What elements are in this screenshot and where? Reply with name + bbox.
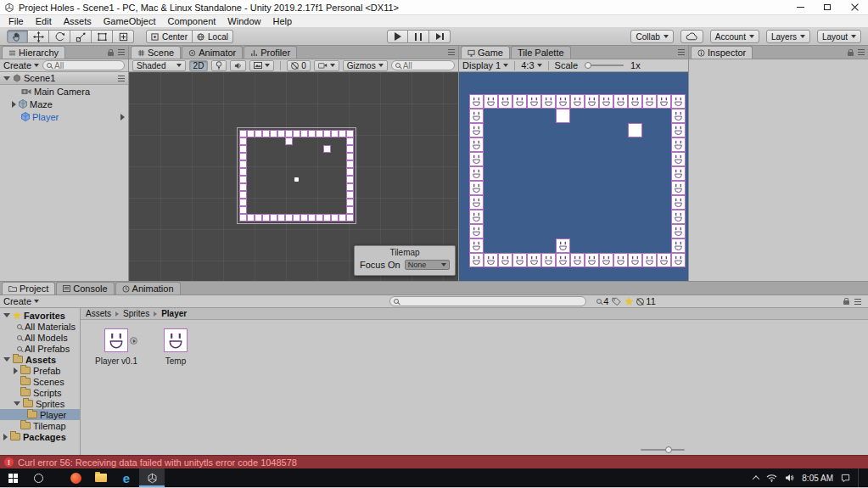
- audio-toggle-button[interactable]: [230, 60, 246, 71]
- scale-slider[interactable]: [585, 65, 624, 66]
- tab-scene[interactable]: Scene: [131, 46, 181, 59]
- tab-hierarchy[interactable]: Hierarchy: [2, 46, 65, 59]
- hidden-packages-button[interactable]: 11: [636, 296, 655, 306]
- lighting-toggle-button[interactable]: [211, 60, 227, 71]
- project-create-button[interactable]: Create: [3, 296, 39, 306]
- expander-right-icon[interactable]: [3, 434, 8, 440]
- tree-favorites[interactable]: Favorites: [0, 310, 80, 321]
- tab-game[interactable]: Game: [461, 46, 510, 59]
- expander-down-icon[interactable]: [3, 76, 10, 81]
- hierarchy-search[interactable]: [42, 60, 125, 70]
- tree-folder-scripts[interactable]: Scripts: [0, 387, 80, 398]
- tab-project[interactable]: Project: [2, 282, 55, 294]
- prefab-open-arrow-icon[interactable]: [120, 114, 125, 121]
- tree-all-materials[interactable]: All Materials: [0, 321, 80, 332]
- tab-inspector[interactable]: Inspector: [691, 46, 753, 59]
- lock-icon[interactable]: [108, 52, 114, 56]
- breadcrumb-assets[interactable]: Assets: [86, 309, 111, 318]
- clock[interactable]: 8:05 AM: [802, 474, 833, 483]
- tab-tile-palette[interactable]: Tile Palette: [511, 46, 571, 59]
- effects-dropdown[interactable]: [249, 60, 274, 71]
- scene-visibility-button[interactable]: 0: [287, 60, 311, 71]
- lock-icon[interactable]: [843, 300, 849, 305]
- scene-search-input[interactable]: [403, 61, 451, 70]
- move-tool-button[interactable]: [28, 30, 49, 43]
- panel-menu-icon[interactable]: [118, 52, 125, 53]
- expander-right-icon[interactable]: [12, 101, 16, 108]
- panel-menu-icon[interactable]: [678, 52, 685, 53]
- taskbar-app-unity[interactable]: [139, 468, 165, 487]
- slider-knob[interactable]: [665, 446, 672, 453]
- search-by-type-button[interactable]: 4: [596, 296, 608, 306]
- rotate-tool-button[interactable]: [49, 30, 70, 43]
- scene-search[interactable]: [391, 60, 455, 70]
- tab-profiler[interactable]: Profiler: [244, 46, 297, 59]
- tree-folder-scenes[interactable]: Scenes: [0, 376, 80, 387]
- hand-tool-button[interactable]: [7, 30, 28, 43]
- status-bar[interactable]: Curl error 56: Receiving data failed wit…: [0, 455, 868, 468]
- menu-window[interactable]: Window: [221, 16, 266, 26]
- tree-assets-root[interactable]: Assets: [0, 354, 80, 365]
- sprite-expand-icon[interactable]: [130, 337, 137, 345]
- slider-knob[interactable]: [585, 62, 591, 69]
- panel-menu-icon[interactable]: [858, 52, 865, 53]
- tree-all-prefabs[interactable]: All Prefabs: [0, 343, 80, 354]
- thumbnail-zoom-slider[interactable]: [641, 449, 685, 451]
- save-search-star-icon[interactable]: [624, 297, 633, 306]
- breadcrumb-sprites[interactable]: Sprites: [123, 309, 149, 318]
- scene-menu-icon[interactable]: [118, 78, 125, 79]
- play-button[interactable]: [387, 30, 408, 43]
- tree-folder-tilemap[interactable]: Tilemap: [0, 420, 80, 431]
- layout-button[interactable]: Layout: [817, 30, 861, 43]
- expander-right-icon[interactable]: [14, 367, 18, 374]
- cortana-button[interactable]: [25, 468, 51, 487]
- menu-gameobject[interactable]: GameObject: [98, 16, 162, 26]
- breadcrumb-player[interactable]: Player: [161, 309, 187, 318]
- action-center-icon[interactable]: [841, 474, 850, 483]
- maximize-button[interactable]: [814, 0, 841, 14]
- show-desktop-button[interactable]: [858, 468, 861, 487]
- minimize-button[interactable]: [787, 0, 814, 14]
- pause-button[interactable]: [408, 30, 429, 43]
- taskbar-app-browser[interactable]: [63, 468, 88, 487]
- collab-button[interactable]: Collab: [630, 30, 673, 43]
- scene-viewport[interactable]: Tilemap Focus On None: [129, 72, 458, 281]
- project-search-input[interactable]: [401, 297, 582, 306]
- account-button[interactable]: Account: [710, 30, 759, 43]
- lock-icon[interactable]: [848, 52, 854, 56]
- rect-tool-button[interactable]: [92, 30, 113, 43]
- space-toggle-button[interactable]: Local: [193, 30, 233, 43]
- 2d-toggle-button[interactable]: 2D: [189, 60, 209, 71]
- camera-settings-dropdown[interactable]: [314, 60, 339, 71]
- step-button[interactable]: [429, 30, 451, 43]
- expander-down-icon[interactable]: [3, 357, 10, 362]
- taskbar-app-edge[interactable]: [114, 468, 139, 487]
- transform-tool-button[interactable]: [113, 30, 134, 43]
- menu-file[interactable]: File: [3, 16, 30, 26]
- volume-icon[interactable]: [785, 474, 794, 482]
- start-button[interactable]: [0, 468, 25, 487]
- tree-folder-sprites[interactable]: Sprites: [0, 398, 80, 409]
- expander-down-icon[interactable]: [3, 313, 10, 317]
- menu-edit[interactable]: Edit: [30, 16, 58, 26]
- panel-menu-icon[interactable]: [854, 301, 861, 302]
- focus-on-dropdown[interactable]: None: [405, 260, 450, 270]
- tab-console[interactable]: Console: [56, 282, 114, 294]
- shading-mode-dropdown[interactable]: Shaded: [132, 60, 186, 71]
- display-dropdown[interactable]: Display 1: [462, 60, 508, 70]
- menu-component[interactable]: Component: [161, 16, 221, 26]
- cloud-button[interactable]: [680, 30, 703, 43]
- taskbar-app-explorer[interactable]: [88, 468, 114, 487]
- scene-tilemap[interactable]: [239, 130, 354, 222]
- gizmos-dropdown[interactable]: Gizmos: [343, 60, 388, 71]
- tray-expand-icon[interactable]: [753, 475, 759, 482]
- hierarchy-item-main-camera[interactable]: Main Camera: [0, 85, 128, 98]
- assets-grid[interactable]: Player v0.1 Temp: [81, 320, 868, 455]
- asset-item-player[interactable]: Player v0.1: [92, 328, 140, 366]
- hierarchy-search-input[interactable]: [54, 61, 120, 70]
- asset-item-temp[interactable]: Temp: [152, 328, 199, 366]
- project-search[interactable]: [389, 296, 586, 306]
- tree-folder-player[interactable]: Player: [0, 409, 80, 420]
- expander-down-icon[interactable]: [14, 401, 20, 406]
- hierarchy-create-button[interactable]: Create: [3, 60, 39, 70]
